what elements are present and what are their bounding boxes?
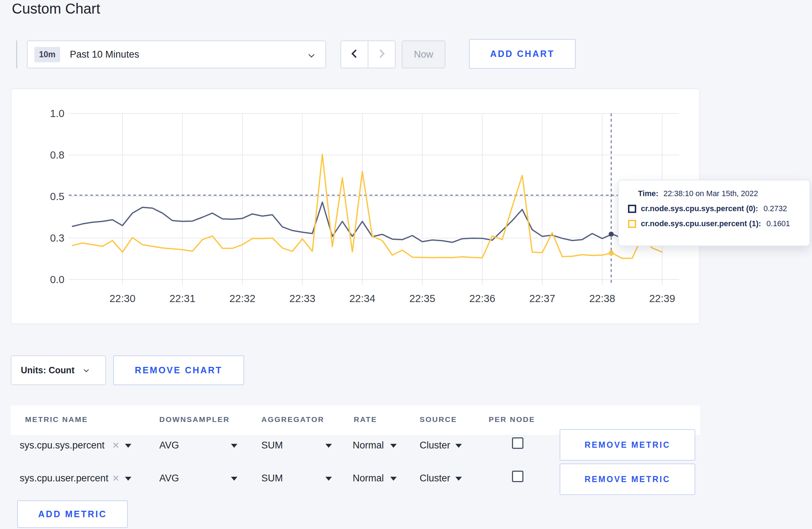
svg-text:22:37: 22:37 — [529, 293, 555, 304]
now-button[interactable]: Now — [402, 40, 445, 68]
next-interval-button[interactable] — [368, 41, 395, 68]
rate-select[interactable]: Normal — [353, 440, 384, 451]
svg-text:22:36: 22:36 — [469, 293, 496, 304]
tooltip-series-label: cr.node.sys.cpu.user.percent (1): — [641, 219, 761, 228]
custom-chart[interactable]: 22:3022:3122:3222:3322:3422:3522:3622:37… — [11, 89, 699, 324]
toolbar-divider — [16, 40, 17, 68]
remove-metric-button[interactable]: REMOVE METRIC — [560, 464, 695, 495]
metric-name-value[interactable]: sys.cpu.sys.percent — [20, 440, 105, 451]
caret-down-icon[interactable] — [125, 444, 131, 448]
svg-text:1.0: 1.0 — [50, 108, 64, 119]
aggregator-select[interactable]: SUM — [261, 440, 283, 451]
svg-text:0.0: 0.0 — [50, 274, 64, 285]
source-select[interactable]: Cluster — [420, 473, 450, 484]
svg-text:22:33: 22:33 — [289, 293, 315, 304]
tooltip-series-row: cr.node.sys.cpu.sys.percent (0): 0.2732 — [628, 204, 809, 213]
chart-card: 22:3022:3122:3222:3322:3422:3522:3622:37… — [11, 88, 700, 324]
page-title: Custom Chart — [12, 1, 100, 17]
tooltip-time-label: Time: — [638, 189, 658, 198]
remove-metric-button[interactable]: REMOVE METRIC — [560, 429, 695, 461]
chevron-down-icon — [307, 51, 316, 62]
chevron-down-icon — [82, 367, 90, 374]
svg-text:0.3: 0.3 — [50, 232, 64, 244]
tooltip-series-row: cr.node.sys.cpu.user.percent (1): 0.1601 — [628, 219, 809, 228]
column-header-per-node: PER NODE — [489, 415, 535, 424]
user-series-swatch-icon — [628, 220, 636, 228]
prev-interval-button[interactable] — [341, 41, 368, 68]
tooltip-series-value: 0.2732 — [763, 204, 787, 213]
column-header-rate: RATE — [354, 415, 377, 424]
units-select[interactable]: Units: Count — [11, 355, 106, 385]
source-select[interactable]: Cluster — [420, 440, 450, 451]
tooltip-time-value: 22:38:10 on Mar 15th, 2022 — [663, 189, 758, 198]
time-range-select[interactable]: 10m Past 10 Minutes — [27, 40, 326, 68]
tooltip-series-label: cr.node.sys.cpu.sys.percent (0): — [641, 204, 758, 213]
caret-down-icon[interactable] — [231, 444, 237, 448]
time-range-badge: 10m — [34, 47, 60, 62]
caret-down-icon[interactable] — [325, 477, 332, 481]
tooltip-series-value: 0.1601 — [767, 219, 790, 228]
svg-text:22:38: 22:38 — [589, 293, 615, 304]
tooltip-time-row: Time:22:38:10 on Mar 15th, 2022 — [638, 189, 809, 198]
caret-down-icon[interactable] — [455, 477, 462, 481]
sys-series-swatch-icon — [628, 205, 636, 213]
remove-chart-button[interactable]: REMOVE CHART — [113, 355, 244, 385]
rate-select[interactable]: Normal — [353, 473, 384, 484]
svg-text:22:30: 22:30 — [110, 293, 136, 304]
svg-text:0.8: 0.8 — [50, 149, 64, 161]
svg-text:22:31: 22:31 — [169, 293, 195, 304]
clear-metric-x-icon[interactable]: ✕ — [112, 473, 120, 484]
downsampler-select[interactable]: AVG — [159, 440, 179, 451]
chevron-left-icon — [349, 49, 359, 60]
metric-name-value[interactable]: sys.cpu.user.percent — [20, 473, 108, 484]
column-header-aggregator: AGGREGATOR — [261, 415, 324, 424]
add-metric-button[interactable]: ADD METRIC — [17, 500, 128, 528]
caret-down-icon[interactable] — [390, 444, 397, 448]
column-header-downsampler: DOWNSAMPLER — [159, 415, 230, 424]
caret-down-icon[interactable] — [390, 477, 397, 481]
downsampler-select[interactable]: AVG — [159, 473, 179, 484]
aggregator-select[interactable]: SUM — [261, 473, 283, 484]
add-chart-button[interactable]: ADD CHART — [469, 39, 576, 69]
column-header-metric-name: METRIC NAME — [25, 415, 88, 424]
column-header-source: SOURCE — [420, 415, 457, 424]
chart-tooltip: Time:22:38:10 on Mar 15th, 2022 cr.node.… — [618, 180, 810, 246]
per-node-checkbox[interactable] — [512, 471, 523, 482]
caret-down-icon[interactable] — [325, 444, 332, 448]
chevron-right-icon — [377, 49, 387, 60]
caret-down-icon[interactable] — [125, 477, 131, 481]
svg-text:22:34: 22:34 — [349, 293, 376, 304]
svg-text:0.5: 0.5 — [50, 191, 64, 202]
svg-text:22:39: 22:39 — [649, 293, 675, 304]
svg-text:22:32: 22:32 — [229, 293, 256, 304]
per-node-checkbox[interactable] — [512, 437, 523, 449]
caret-down-icon[interactable] — [231, 477, 237, 481]
svg-text:22:35: 22:35 — [409, 293, 435, 304]
time-step-group — [340, 40, 396, 68]
clear-metric-x-icon[interactable]: ✕ — [112, 440, 120, 451]
time-range-label: Past 10 Minutes — [70, 49, 139, 60]
caret-down-icon[interactable] — [455, 444, 462, 448]
